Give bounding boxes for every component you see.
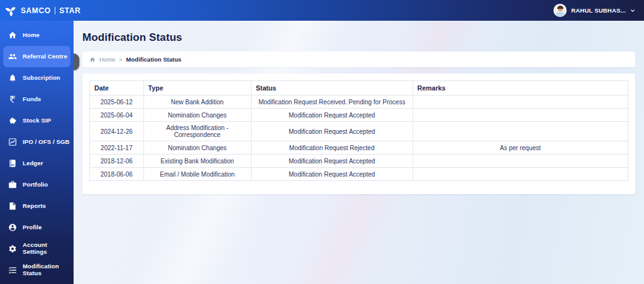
table-cell: 2018-12-06	[90, 155, 144, 168]
table-cell: Nomination Changes	[143, 109, 251, 122]
sidebar-item-label: Funds	[23, 96, 41, 103]
table-cell: Modification Request Rejected	[251, 141, 413, 155]
sidebar-nav: HomeReferral CentreSubscriptionFundsStoc…	[0, 25, 74, 281]
profile-icon	[8, 223, 17, 232]
sidebar: HomeReferral CentreSubscriptionFundsStoc…	[0, 21, 74, 284]
table-row: 2018-06-06Email / Mobile ModificationMod…	[90, 168, 628, 181]
referral-icon	[8, 52, 17, 61]
sidebar-item-label: Reports	[23, 203, 46, 210]
sidebar-item-label: Ledger	[23, 160, 43, 167]
table-column-header: Type	[143, 81, 251, 96]
table-cell: As per request	[413, 141, 628, 155]
table-cell	[413, 155, 628, 168]
user-menu[interactable]: RAHUL SUBHAS...	[553, 4, 635, 17]
gear-icon	[8, 244, 17, 253]
checklist-icon	[8, 266, 17, 275]
sidebar-item-label: Account Settings	[23, 242, 70, 255]
table-column-header: Date	[90, 81, 144, 96]
table-row: 2022-11-17Nomination ChangesModification…	[90, 141, 628, 155]
bell-icon	[8, 74, 17, 82]
table-cell: New Bank Addition	[143, 96, 251, 109]
samco-pinwheel-icon	[5, 5, 16, 16]
table-row: 2025-06-04Nomination ChangesModification…	[90, 109, 628, 122]
briefcase-icon	[8, 180, 17, 189]
table-cell	[413, 109, 628, 122]
table-cell	[413, 122, 628, 141]
report-icon	[8, 202, 17, 210]
table-cell: Modification Request Received. Pending f…	[251, 96, 413, 109]
sidebar-item-subscription[interactable]: Subscription	[3, 67, 70, 89]
table-cell: Existing Bank Modification	[143, 155, 251, 168]
ledger-icon	[8, 159, 17, 168]
brand-divider	[55, 7, 56, 14]
avatar	[553, 4, 567, 17]
breadcrumb-home-link[interactable]: Home	[99, 56, 115, 63]
page-title: Modification Status	[82, 31, 635, 44]
sidebar-item-label: Profile	[23, 224, 42, 231]
sidebar-item-portfolio[interactable]: Portfolio	[3, 174, 70, 195]
table-cell: Modification Request Accepted	[251, 122, 413, 141]
sidebar-item-label: Stock SIP	[23, 117, 51, 124]
sidebar-item-ipo-ofs-sgb[interactable]: IPO / OFS / SGB	[3, 131, 70, 153]
chart-icon	[8, 138, 17, 146]
sidebar-item-stock-sip[interactable]: Stock SIP	[3, 110, 70, 131]
rupee-icon	[8, 95, 17, 104]
table-column-header: Remarks	[413, 81, 628, 96]
table-cell: Modification Request Accepted	[251, 109, 413, 122]
table-cell: Modification Request Accepted	[251, 155, 413, 168]
brand-secondary: STAR	[59, 6, 80, 15]
table-row: 2018-12-06Existing Bank ModificationModi…	[90, 155, 628, 168]
sidebar-item-label: Modification Status	[23, 263, 70, 276]
home-icon	[8, 31, 17, 40]
sidebar-item-ledger[interactable]: Ledger	[3, 153, 70, 174]
table-cell: 2022-11-17	[90, 141, 144, 155]
sidebar-item-label: Home	[23, 32, 40, 39]
table-cell: 2024-12-26	[90, 122, 144, 141]
chevron-down-icon	[630, 8, 635, 13]
topbar: SAMCO STAR RAHUL SUBHAS...	[0, 0, 644, 21]
table-cell: Modification Request Accepted	[251, 168, 413, 181]
breadcrumb-separator: >	[119, 57, 122, 63]
sidebar-item-referral-centre[interactable]: Referral Centre	[3, 46, 70, 67]
table-cell	[413, 168, 628, 181]
table-cell: 2025-06-04	[90, 109, 144, 122]
table-cell: Email / Mobile Modification	[143, 168, 251, 181]
sidebar-item-reports[interactable]: Reports	[3, 195, 70, 217]
table-cell	[413, 96, 628, 109]
home-icon	[89, 57, 96, 63]
table-column-header: Status	[251, 81, 413, 96]
table-row: 2025-06-12New Bank AdditionModification …	[90, 96, 628, 109]
modification-status-table: DateTypeStatusRemarks 2025-06-12New Bank…	[89, 80, 628, 181]
sidebar-item-label: Subscription	[23, 75, 60, 82]
sidebar-item-home[interactable]: Home	[3, 25, 70, 46]
table-cell: 2025-06-12	[90, 96, 144, 109]
table-cell: 2018-06-06	[90, 168, 144, 181]
table-cell: Address Modification - Correspondence	[143, 122, 251, 141]
breadcrumb-current: Modification Status	[126, 56, 182, 63]
user-name: RAHUL SUBHAS...	[571, 7, 626, 14]
sidebar-item-modification-status[interactable]: Modification Status	[3, 259, 70, 281]
table-row: 2024-12-26Address Modification - Corresp…	[90, 122, 628, 141]
brand-logo[interactable]: SAMCO STAR	[5, 5, 80, 16]
breadcrumb: Home > Modification Status	[82, 52, 635, 67]
sidebar-item-label: IPO / OFS / SGB	[23, 139, 70, 146]
modification-status-card: DateTypeStatusRemarks 2025-06-12New Bank…	[82, 74, 635, 194]
sidebar-item-account-settings[interactable]: Account Settings	[3, 238, 70, 259]
sidebar-item-label: Referral Centre	[23, 53, 67, 60]
piggy-bank-icon	[8, 116, 17, 125]
main-content: Modification Status Home > Modification …	[74, 21, 644, 284]
sidebar-item-label: Portfolio	[23, 182, 48, 188]
brand-primary: SAMCO	[21, 6, 51, 15]
table-cell: Nomination Changes	[143, 141, 251, 155]
sidebar-item-funds[interactable]: Funds	[3, 89, 70, 110]
table-header-row: DateTypeStatusRemarks	[90, 81, 628, 96]
sidebar-item-profile[interactable]: Profile	[3, 217, 70, 238]
